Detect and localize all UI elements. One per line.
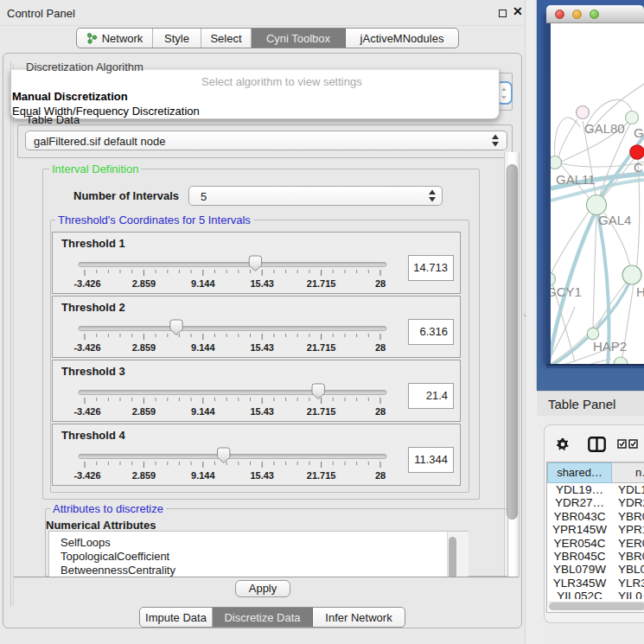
svg-text:GCY1: GCY1: [551, 284, 582, 299]
svg-text:28: 28: [375, 342, 386, 353]
svg-text:GAL80: GAL80: [584, 121, 625, 136]
svg-text:HA: HA: [636, 284, 644, 299]
svg-text:21.715: 21.715: [307, 342, 336, 353]
svg-text:-3.426: -3.426: [73, 470, 100, 481]
svg-text:28: 28: [375, 278, 386, 289]
svg-text:2.859: 2.859: [132, 470, 156, 481]
svg-text:15.43: 15.43: [250, 406, 274, 417]
svg-text:21.715: 21.715: [307, 278, 336, 289]
svg-text:15.43: 15.43: [250, 342, 274, 353]
svg-text:GA: GA: [634, 125, 644, 140]
svg-text:9.144: 9.144: [191, 278, 215, 289]
svg-text:-3.426: -3.426: [73, 406, 100, 417]
svg-text:GAL4: GAL4: [598, 213, 631, 227]
svg-text:-3.426: -3.426: [73, 278, 100, 289]
svg-text:2.859: 2.859: [132, 406, 156, 417]
svg-text:2.859: 2.859: [132, 278, 156, 289]
svg-text:9.144: 9.144: [191, 406, 215, 417]
svg-text:HAP2: HAP2: [593, 339, 627, 354]
svg-text:-3.426: -3.426: [73, 342, 100, 353]
svg-text:28: 28: [375, 406, 386, 417]
svg-text:15.43: 15.43: [250, 470, 274, 481]
svg-text:21.715: 21.715: [307, 470, 336, 481]
svg-text:9.144: 9.144: [191, 342, 215, 353]
svg-text:CY: CY: [634, 160, 644, 175]
svg-text:21.715: 21.715: [307, 406, 336, 417]
svg-text:9.144: 9.144: [191, 470, 215, 481]
svg-text:28: 28: [375, 470, 386, 481]
svg-text:15.43: 15.43: [250, 278, 274, 289]
svg-text:GAL11: GAL11: [556, 172, 596, 187]
svg-text:2.859: 2.859: [132, 342, 156, 353]
